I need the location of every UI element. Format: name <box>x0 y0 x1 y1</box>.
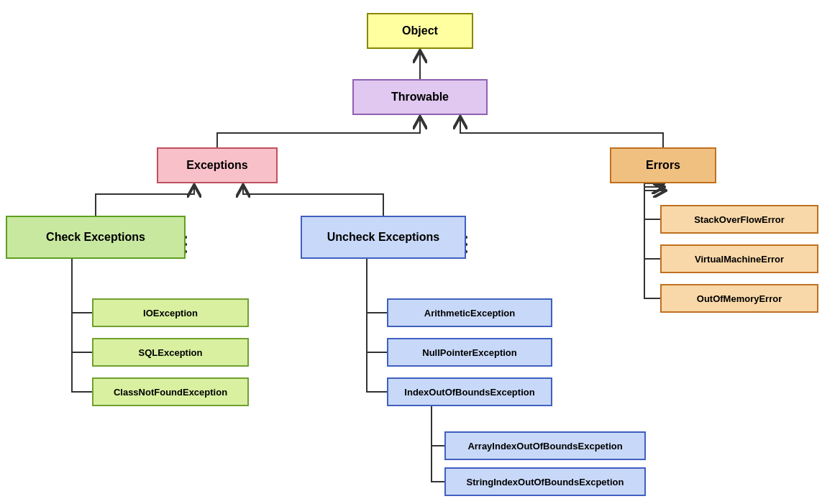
check-exceptions-label: Check Exceptions <box>46 231 145 244</box>
object-label: Object <box>402 24 438 37</box>
node-stackoverflow: StackOverFlowError <box>660 205 818 234</box>
node-throwable: Throwable <box>352 79 488 115</box>
node-sqlexception: SQLException <box>92 338 249 367</box>
node-virtualmachine: VirtualMachineError <box>660 244 818 273</box>
classnotfound-label: ClassNotFoundException <box>114 387 227 398</box>
node-object: Object <box>367 13 473 49</box>
virtualmachine-label: VirtualMachineError <box>695 254 784 265</box>
node-arrayindex: ArrayIndexOutOfBoundsExcpetion <box>444 431 646 460</box>
node-arithmetic: ArithmeticException <box>387 298 552 327</box>
node-errors: Errors <box>610 147 716 183</box>
throwable-label: Throwable <box>391 91 449 104</box>
sqlexception-label: SQLException <box>139 347 203 358</box>
node-classnotfound: ClassNotFoundException <box>92 377 249 406</box>
exceptions-label: Exceptions <box>186 159 247 172</box>
node-indexoutofbounds: IndexOutOfBoundsException <box>387 377 552 406</box>
node-outofmemory: OutOfMemoryError <box>660 284 818 313</box>
node-nullpointer: NullPointerException <box>387 338 552 367</box>
outofmemory-label: OutOfMemoryError <box>697 293 782 304</box>
node-ioexception: IOException <box>92 298 249 327</box>
ioexception-label: IOException <box>143 308 198 319</box>
node-stringindex: StringIndexOutOfBoundsExcpetion <box>444 467 646 496</box>
stringindex-label: StringIndexOutOfBoundsExcpetion <box>467 477 624 487</box>
arithmetic-label: ArithmeticException <box>424 308 515 319</box>
errors-label: Errors <box>646 159 680 172</box>
diagram: Object Throwable Exceptions Errors Check… <box>0 0 840 504</box>
uncheck-exceptions-label: Uncheck Exceptions <box>327 231 440 244</box>
node-exceptions: Exceptions <box>157 147 278 183</box>
node-uncheck-exceptions: Uncheck Exceptions <box>301 216 466 259</box>
stackoverflow-label: StackOverFlowError <box>694 214 785 225</box>
nullpointer-label: NullPointerException <box>422 347 516 358</box>
node-check-exceptions: Check Exceptions <box>6 216 186 259</box>
indexoutofbounds-label: IndexOutOfBoundsException <box>404 387 534 398</box>
arrayindex-label: ArrayIndexOutOfBoundsExcpetion <box>467 441 622 452</box>
